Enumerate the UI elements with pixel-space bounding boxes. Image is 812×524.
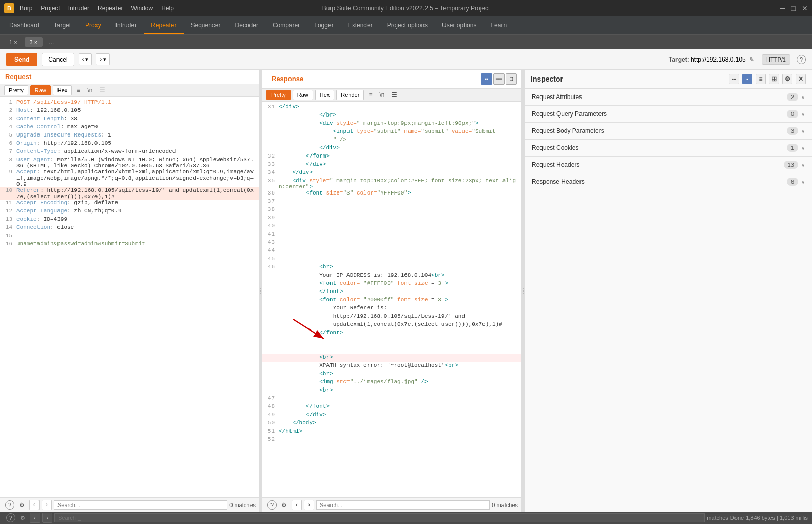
send-button[interactable]: Send — [6, 53, 37, 66]
inspector-badge-query-params: 0 — [787, 110, 798, 118]
request-search-input[interactable] — [54, 500, 227, 510]
tab-target[interactable]: Target — [47, 17, 78, 34]
menu-intruder[interactable]: Intruder — [68, 5, 89, 12]
response-search-input[interactable] — [316, 500, 490, 510]
request-wrap-icon[interactable]: ☰ — [97, 85, 108, 95]
inspector-row-req-headers[interactable]: Request Headers 13 ∨ — [525, 157, 812, 173]
bottombar-help-icon[interactable]: ? — [6, 513, 15, 522]
toolbar: Send Cancel ‹ ▾ › ▾ Target: http://192.1… — [0, 49, 812, 70]
request-search-next-btn[interactable]: › — [42, 500, 52, 510]
menu-project[interactable]: Project — [41, 5, 60, 12]
bottombar-settings-icon[interactable]: ⚙ — [17, 513, 28, 523]
response-line-46: 46 <br> — [262, 264, 521, 272]
tab-comparer[interactable]: Comparer — [265, 17, 307, 34]
inspector-row-resp-headers[interactable]: Response Headers 6 ∨ — [525, 173, 812, 190]
response-line-33: 33 </div> — [262, 161, 521, 169]
view-mode-split-btn[interactable]: ▪▪ — [481, 73, 492, 85]
request-newline-icon[interactable]: \n — [85, 85, 95, 95]
request-content[interactable]: 1 POST /sqli/Less-19/ HTTP/1.1 2 Host: 1… — [0, 97, 259, 497]
cancel-button[interactable]: Cancel — [42, 53, 74, 66]
response-content[interactable]: 31 </div> </br> <div style=" margin-top:… — [262, 102, 521, 497]
app-icon: B — [4, 3, 14, 13]
tab-project-options[interactable]: Project options — [380, 17, 435, 34]
menu-help[interactable]: Help — [161, 5, 174, 12]
response-line-52: 52 — [262, 436, 521, 444]
inspector-row-body-params[interactable]: Request Body Parameters 3 ∨ — [525, 123, 812, 139]
request-search-help[interactable]: ? — [5, 500, 14, 510]
response-render-btn[interactable]: Render — [336, 90, 364, 100]
tab-logger[interactable]: Logger — [307, 17, 340, 34]
inspector-layout2-icon[interactable]: ▪ — [742, 74, 752, 84]
response-search-next-btn[interactable]: › — [304, 500, 314, 510]
request-pretty-btn[interactable]: Pretty — [4, 85, 28, 95]
tab-proxy[interactable]: Proxy — [78, 17, 108, 34]
response-line-40: 40 — [262, 223, 521, 231]
inspector-split-icon[interactable]: ⊞ — [769, 74, 779, 84]
response-raw-btn[interactable]: Raw — [293, 90, 313, 100]
bottombar-prev-btn[interactable]: ‹ — [30, 513, 40, 523]
response-line-39: 39 — [262, 215, 521, 223]
bottombar-search-input[interactable] — [54, 513, 705, 522]
request-hex-btn[interactable]: Hex — [53, 85, 72, 95]
inspector-label-req-headers: Request Headers — [532, 161, 579, 168]
subtab-3[interactable]: 3 × — [25, 37, 43, 47]
response-font2: <font color= "#0000ff" font size = 3 > — [262, 297, 521, 305]
maximize-button[interactable]: □ — [791, 4, 796, 12]
tab-repeater[interactable]: Repeater — [144, 17, 183, 34]
tab-intruder[interactable]: Intruder — [108, 17, 144, 34]
inspector-badge-resp-headers: 6 — [787, 178, 798, 186]
request-raw-btn[interactable]: Raw — [30, 85, 51, 95]
request-line-2: 2 Host: 192.168.0.105 — [0, 107, 259, 115]
response-line-31: 31 </div> — [262, 104, 521, 112]
menu-burp[interactable]: Burp — [20, 5, 32, 12]
tab-learn[interactable]: Learn — [484, 17, 514, 34]
http-version-badge[interactable]: HTTP/1 — [762, 54, 790, 65]
menu-repeater[interactable]: Repeater — [98, 5, 123, 12]
inspector-close-icon[interactable]: ✕ — [796, 74, 806, 84]
response-search-help[interactable]: ? — [267, 500, 277, 510]
inspector-section-resp-headers: Response Headers 6 ∨ — [525, 173, 812, 190]
inspector-settings-icon[interactable]: ⚙ — [782, 74, 792, 84]
tab-sequencer[interactable]: Sequencer — [184, 17, 228, 34]
response-header-row: Response ▪▪ ━━ □ — [262, 70, 521, 88]
response-line-44: 44 — [262, 247, 521, 256]
edit-target-icon[interactable]: ✎ — [749, 56, 755, 63]
response-matches-label: 0 matches — [492, 502, 518, 508]
tab-extender[interactable]: Extender — [341, 17, 380, 34]
response-table-icon[interactable]: ≡ — [366, 90, 375, 100]
response-search-prev-btn[interactable]: ‹ — [292, 500, 302, 510]
request-search-settings-icon[interactable]: ⚙ — [16, 500, 27, 510]
response-wrap-icon[interactable]: ☰ — [389, 90, 400, 100]
inspector-row-request-attributes[interactable]: Request Attributes 2 ∨ — [525, 89, 812, 105]
view-mode-hsplit-btn[interactable]: ━━ — [493, 73, 505, 85]
tab-decoder[interactable]: Decoder — [228, 17, 265, 34]
inspector-align-icon[interactable]: ≡ — [756, 74, 766, 84]
response-line-48: 48 </font> — [262, 403, 521, 412]
response-referer-url: http://192.168.0.105/sqli/Less-19/' and — [262, 313, 521, 321]
request-search-prev-btn[interactable]: ‹ — [29, 500, 40, 510]
menu-window[interactable]: Window — [131, 5, 153, 12]
inspector-row-query-params[interactable]: Request Query Parameters 0 ∨ — [525, 106, 812, 122]
toolbar-help-icon[interactable]: ? — [797, 55, 806, 64]
close-button[interactable]: ✕ — [802, 4, 808, 12]
inspector-row-cookies[interactable]: Request Cookies 1 ∨ — [525, 140, 812, 156]
nav-prev-button[interactable]: ‹ ▾ — [79, 53, 92, 65]
subtab-1[interactable]: 1 × — [4, 37, 23, 47]
response-newline-icon[interactable]: \n — [377, 90, 387, 100]
response-pretty-btn[interactable]: Pretty — [266, 90, 291, 100]
tab-dashboard[interactable]: Dashboard — [2, 17, 47, 34]
request-line-8: 8 User-Agent: Mozilla/5.0 (Windows NT 10… — [0, 157, 259, 169]
bottombar-next-btn[interactable]: › — [42, 513, 52, 523]
tab-user-options[interactable]: User options — [435, 17, 484, 34]
response-br-highlight: <br> — [262, 354, 521, 362]
response-hex-btn[interactable]: Hex — [315, 90, 335, 100]
view-mode-full-btn[interactable]: □ — [506, 73, 517, 85]
inspector-layout-icon[interactable]: ▪▪ — [729, 74, 739, 84]
nav-next-button[interactable]: › ▾ — [96, 53, 110, 65]
subtab-more[interactable]: ... — [45, 37, 58, 47]
response-search-settings-icon[interactable]: ⚙ — [279, 500, 289, 510]
inspector-count-resp-headers: 6 ∨ — [787, 178, 805, 186]
request-table-icon[interactable]: ≡ — [74, 85, 83, 95]
minimize-button[interactable]: ─ — [780, 4, 785, 12]
inspector-badge-request-attributes: 2 — [787, 93, 798, 101]
